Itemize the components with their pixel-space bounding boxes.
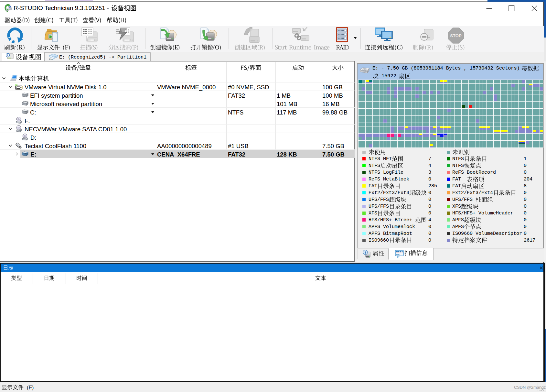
- svg-text:Rec.: Rec.: [49, 58, 54, 60]
- svg-text:STOP: STOP: [450, 33, 461, 38]
